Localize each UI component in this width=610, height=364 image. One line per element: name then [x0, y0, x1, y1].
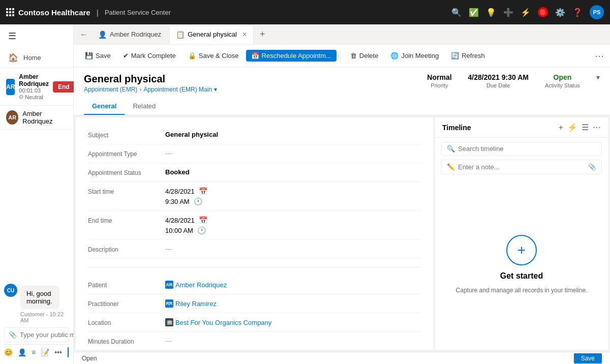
timeline-add-icon[interactable]: + [559, 123, 563, 132]
end-date-calendar-icon[interactable]: 📅 [199, 216, 207, 224]
grid-icon[interactable] [6, 8, 14, 16]
save-button[interactable]: 💾 Save [80, 50, 116, 62]
sidebar: ☰ 🏠 Home AR Amber Rodriquez 00:01:03 ⊙ N… [0, 24, 74, 129]
checkmark-circle-icon[interactable]: ✅ [469, 8, 479, 17]
value-description[interactable]: --- [165, 245, 421, 253]
customer-avatar: AR [6, 110, 18, 125]
right-content: ← 👤 Amber Rodriquez 📋 General physical ✕… [74, 24, 610, 364]
priority-label: Priority [427, 82, 451, 88]
tab-general[interactable]: General [84, 98, 125, 115]
tab-close-icon[interactable]: ✕ [242, 31, 247, 38]
label-appointment-type: Appointment Type [88, 149, 159, 158]
active-call: AR Amber Rodriquez 00:01:03 ⊙ Neutral En… [0, 68, 73, 105]
tab-amber-label: Amber Rodriquez [110, 31, 161, 38]
field-appointment-type: Appointment Type --- [88, 144, 421, 163]
value-location[interactable]: 🏢 Best For You Organics Company [165, 318, 421, 326]
end-time-clock-icon[interactable]: 🕐 [197, 226, 206, 234]
value-subject[interactable]: General physical [165, 131, 421, 138]
end-time[interactable]: 10:00 AM [165, 227, 193, 234]
value-patient[interactable]: AR Amber Rodriquez [165, 281, 421, 289]
field-end-time: End time 4/28/2021 📅 10:00 AM 🕐 [88, 211, 421, 240]
form-panel: Subject General physical Appointment Typ… [76, 117, 433, 350]
settings-icon[interactable]: ⚙️ [555, 8, 565, 17]
start-date[interactable]: 4/28/2021 [165, 188, 195, 195]
label-description: Description [88, 245, 159, 253]
delete-button[interactable]: 🗑 Delete [345, 50, 384, 62]
field-start-time: Start time 4/28/2021 📅 9:30 AM 🕐 [88, 182, 421, 211]
breadcrumb[interactable]: Appointment (EMR) › Appointment (EMR) Ma… [84, 86, 217, 93]
sidebar-item-home[interactable]: 🏠 Home [0, 48, 73, 68]
start-time[interactable]: 9:30 AM [165, 198, 190, 205]
value-appointment-type[interactable]: --- [165, 149, 421, 157]
back-button[interactable]: ← [78, 30, 90, 39]
person-icon[interactable]: 👤 [18, 348, 26, 356]
timeline-view-icon[interactable]: ☰ [582, 123, 589, 132]
value-appointment-status[interactable]: Booked [165, 168, 421, 176]
label-end-time: End time [88, 216, 159, 224]
field-description: Description --- [88, 240, 421, 259]
emoji-icon[interactable]: 😊 [4, 348, 13, 356]
timeline-get-started-icon[interactable]: + [506, 235, 537, 265]
record-header: General physical Appointment (EMR) › App… [74, 67, 610, 115]
patient-icon: AR [165, 281, 173, 289]
app-subtitle: Patient Service Center [105, 9, 171, 16]
user-avatar[interactable]: PS [590, 5, 604, 19]
label-patient: Patient [88, 281, 159, 289]
hamburger-icon[interactable]: ☰ [0, 24, 73, 48]
pencil-icon: ✏️ [447, 163, 455, 171]
timeline-note-input[interactable] [458, 163, 585, 171]
list-icon[interactable]: ≡ [32, 348, 36, 356]
save-close-button[interactable]: 🔒 Save & Close [183, 50, 244, 62]
end-call-button[interactable]: End [53, 81, 75, 93]
field-practitioner: Practitioner RR Riley Ramirez [88, 294, 421, 313]
save-icon: 💾 [85, 52, 93, 59]
status-bar: Open Save [74, 352, 610, 364]
label-subject: Subject [88, 131, 159, 139]
due-date-value: 4/28/2021 9:30 AM [468, 73, 529, 81]
timeline-filter-icon[interactable]: ⚡ [567, 123, 577, 132]
field-subject: Subject General physical [88, 126, 421, 144]
top-nav-icons: 🔍 ✅ 💡 ➕ ⚡ 🔴 ⚙️ ❓ PS [451, 5, 604, 19]
tab-related[interactable]: Related [125, 98, 164, 115]
tab-contact-icon: 👤 [98, 31, 107, 39]
top-nav-brand: Contoso Healthcare | Patient Service Cen… [18, 8, 447, 17]
filter-icon[interactable]: ⚡ [521, 8, 531, 17]
more-options-icon[interactable]: ⋯ [595, 50, 604, 62]
notification-icon[interactable]: 🔴 [538, 7, 548, 17]
add-tab-button[interactable]: + [256, 29, 269, 40]
attachment-icon[interactable]: 📎 [588, 163, 596, 171]
reschedule-button[interactable]: 📅 Reschedule Appointm... [246, 50, 337, 62]
more-icon[interactable]: ••• [54, 348, 62, 356]
customer-item[interactable]: AR Amber Rodriquez [0, 106, 73, 129]
value-practitioner[interactable]: RR Riley Ramirez [165, 299, 421, 308]
tab-general-physical[interactable]: 📋 General physical ✕ [169, 25, 254, 44]
chat-sender-avatar: CU [4, 284, 17, 297]
timeline-more-icon[interactable]: ⋯ [593, 123, 601, 132]
timeline-empty: + Get started Capture and manage all rec… [435, 178, 608, 350]
plus-icon[interactable]: ➕ [503, 8, 513, 17]
note-icon[interactable]: 📝 [41, 348, 49, 356]
expand-icon[interactable]: ▾ [596, 73, 600, 81]
lightbulb-icon[interactable]: 💡 [486, 8, 496, 17]
attach-icon[interactable]: 📎 [9, 331, 17, 339]
checkmark-icon: ✔ [123, 52, 129, 59]
start-time-clock-icon[interactable]: 🕐 [194, 197, 202, 205]
location-icon: 🏢 [165, 318, 173, 326]
join-meeting-button[interactable]: 🌐 Join Meeting [385, 50, 444, 62]
save-close-icon: 🔒 [188, 52, 196, 59]
tab-amber[interactable]: 👤 Amber Rodriquez [92, 25, 167, 44]
help-icon[interactable]: ❓ [572, 8, 583, 17]
timeline-search-input[interactable] [458, 145, 596, 153]
search-icon[interactable]: 🔍 [451, 8, 462, 17]
record-title-row: General physical Appointment (EMR) › App… [84, 73, 600, 93]
toggle-public[interactable]: Public [68, 347, 69, 357]
timeline-note-area[interactable]: ✏️ 📎 [441, 160, 602, 174]
status-save-button[interactable]: Save [574, 353, 602, 363]
refresh-button[interactable]: 🔄 Refresh [446, 50, 490, 62]
mark-complete-button[interactable]: ✔ Mark Complete [118, 50, 181, 62]
end-date[interactable]: 4/28/2021 [165, 217, 195, 224]
label-start-time: Start time [88, 187, 159, 195]
timeline-search[interactable]: 🔍 [441, 142, 602, 156]
start-date-calendar-icon[interactable]: 📅 [199, 187, 207, 195]
value-minutes-duration[interactable]: --- [165, 337, 421, 345]
